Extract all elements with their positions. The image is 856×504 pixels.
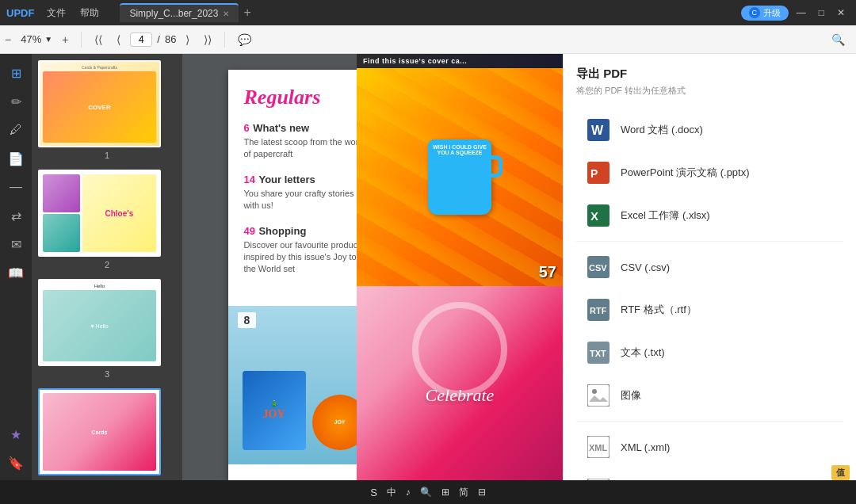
nav-next-btn[interactable]: ⟩ [181, 32, 194, 48]
tab-close-btn[interactable]: ✕ [223, 10, 229, 18]
minimize-btn[interactable]: — [792, 7, 811, 18]
upgrade-button[interactable]: C 升级 [741, 6, 789, 21]
svg-text:XML: XML [589, 443, 608, 452]
export-label-txt: 文本 (.txt) [621, 346, 665, 360]
sidebar-dash1-icon: — [3, 174, 29, 200]
nav-first-btn[interactable]: ⟨⟨ [90, 32, 107, 48]
zoom-out-btn[interactable]: − [0, 32, 16, 48]
new-tab-btn[interactable]: + [243, 6, 250, 20]
thumbnail-image-1: Cards & Papercrafts COVER [38, 60, 161, 147]
export-option-rtf[interactable]: RTF RTF 格式（.rtf） [576, 289, 843, 330]
rtf-icon: RTF [586, 297, 611, 323]
export-label-xlsx: Excel 工作簿 (.xlsx) [621, 208, 710, 223]
article-desc-3: You share your crafty stories with us! [244, 188, 367, 212]
nav-last-btn[interactable]: ⟩⟩ [199, 32, 216, 48]
nav-prev-btn[interactable]: ⟨ [112, 32, 125, 48]
left-sidebar: ⊞ ✏ 🖊 📄 — ⇄ ✉ 📖 ★ 🔖 📎 [0, 54, 32, 504]
export-label-rtf: RTF 格式（.rtf） [621, 303, 697, 317]
article-desc-5: Discover our favourite products inspired… [244, 239, 367, 276]
menu-file[interactable]: 文件 [40, 5, 72, 21]
taskbar-s-icon[interactable]: S [370, 487, 377, 498]
article-title-5: Shopping [258, 225, 306, 237]
blue-christmas-card: 🎄 JOY [243, 371, 306, 450]
thumbnail-label-1: 1 [38, 151, 176, 160]
taskbar-zh-icon[interactable]: 中 [387, 486, 396, 499]
export-option-csv[interactable]: CSV CSV (.csv) [576, 246, 843, 288]
main-toolbar: − 47% ▼ + ⟨⟨ ⟨ / 86 ⟩ ⟩⟩ 💬 🔍 [0, 25, 856, 54]
sidebar-home-icon[interactable]: ⊞ [3, 60, 29, 86]
export-option-image[interactable]: 图像 [576, 375, 843, 416]
export-pdf-panel: 导出 PDF 将您的 PDF 转出为任意格式 W Word 文档 (.docx)… [563, 54, 856, 504]
cover-image-top: WISH I COULD GIVE YOU A SQUEEZE 57 [357, 68, 563, 286]
thumb1-main: COVER [43, 71, 156, 143]
thumb4-main: Cards [43, 393, 156, 471]
sidebar-mail-icon[interactable]: ✉ [3, 231, 29, 257]
tab-bar: Simply_C...ber_2023 ✕ + [120, 3, 734, 22]
article-item-1: 6 What's new The latest scoop from the w… [244, 120, 367, 161]
article-item-5: 49 Shopping Discover our favourite produ… [244, 223, 367, 276]
taskbar-simple-icon[interactable]: 简 [459, 486, 468, 499]
thumbnail-image-3: Hello ♥ Hello [38, 279, 161, 366]
thumbnail-item-4[interactable]: Cards 4 [38, 388, 176, 488]
thumb2-img1 [43, 174, 80, 212]
sidebar-bookmark-icon[interactable]: 🔖 [3, 450, 29, 475]
sidebar-edit-icon[interactable]: ✏ [3, 89, 29, 114]
taskbar: S 中 ♪ 🔍 ⊞ 简 ⊟ [0, 480, 856, 504]
export-label-pptx: PowerPoint 演示文稿 (.pptx) [621, 166, 750, 180]
right-image-panel: Find this issue's cover ca... WISH I COU… [357, 54, 563, 504]
article-title-3: Your letters [258, 174, 315, 185]
svg-text:P: P [590, 167, 598, 180]
mug-handle [490, 155, 503, 178]
floral-circle [412, 302, 507, 397]
export-option-xml[interactable]: XML XML (.xml) [576, 426, 843, 468]
svg-text:W: W [591, 124, 604, 137]
export-option-xlsx[interactable]: X Excel 工作簿 (.xlsx) [576, 195, 843, 236]
active-tab[interactable]: Simply_C...ber_2023 ✕ [120, 3, 239, 22]
comment-btn[interactable]: 💬 [233, 32, 256, 48]
article-column-left: 6 What's new The latest scoop from the w… [244, 120, 367, 287]
thumb2-img2 [43, 214, 80, 252]
thumbnail-panel: Cards & Papercrafts COVER 1 Chloe's 2 [32, 54, 182, 504]
mug-card: WISH I COULD GIVE YOU A SQUEEZE [428, 139, 491, 215]
thumbnail-item-1[interactable]: Cards & Papercrafts COVER 1 [38, 60, 176, 160]
sidebar-ai-icon[interactable]: ★ [3, 422, 29, 447]
article-num-1: 6 [244, 122, 250, 134]
export-option-pptx[interactable]: P PowerPoint 演示文稿 (.pptx) [576, 152, 843, 193]
svg-point-13 [592, 389, 597, 394]
search-btn[interactable]: 🔍 [827, 32, 850, 48]
total-pages: 86 [165, 33, 176, 45]
svg-text:X: X [590, 209, 598, 223]
thumbnail-image-4: Cards [38, 388, 161, 475]
thumb3-content: Hello ♥ Hello [40, 281, 159, 365]
thumbnail-item-3[interactable]: Hello ♥ Hello 3 [38, 279, 176, 379]
taskbar-music-icon[interactable]: ♪ [406, 487, 411, 498]
zoom-in-btn[interactable]: + [57, 32, 73, 48]
txt-icon: TXT [586, 340, 611, 365]
menu-help[interactable]: 帮助 [74, 5, 105, 21]
tab-title: Simply_C...ber_2023 [129, 8, 218, 19]
sidebar-convert-icon[interactable]: ⇄ [3, 203, 29, 228]
divider-2 [576, 421, 843, 422]
taskbar-grid-icon[interactable]: ⊞ [441, 487, 449, 498]
current-page-input[interactable] [130, 32, 152, 47]
thumbnail-item-2[interactable]: Chloe's 2 [38, 170, 176, 269]
export-option-txt[interactable]: TXT 文本 (.txt) [576, 332, 843, 373]
image-icon [586, 383, 611, 408]
export-label-word: Word 文档 (.docx) [621, 123, 703, 137]
article-num-3: 14 [244, 174, 255, 185]
taskbar-search-icon[interactable]: 🔍 [420, 487, 432, 498]
taskbar-minus-icon[interactable]: ⊟ [478, 487, 486, 498]
svg-text:CSV: CSV [589, 263, 607, 273]
sidebar-book-icon[interactable]: 📖 [3, 260, 29, 285]
menu-bar: 文件 帮助 [40, 5, 105, 21]
export-option-word[interactable]: W Word 文档 (.docx) [576, 109, 843, 151]
sidebar-page-icon[interactable]: 📄 [3, 146, 29, 171]
maximize-btn[interactable]: □ [814, 7, 829, 18]
cover-image-bottom: Celebrate [357, 286, 563, 504]
page-separator: / [157, 33, 160, 45]
sidebar-annotate-icon[interactable]: 🖊 [3, 117, 29, 143]
zoom-dropdown-icon[interactable]: ▼ [44, 35, 52, 44]
zoom-control: 47% ▼ [21, 33, 52, 45]
close-btn[interactable]: ✕ [832, 7, 850, 18]
thumb1-header: Cards & Papercrafts [43, 65, 156, 70]
